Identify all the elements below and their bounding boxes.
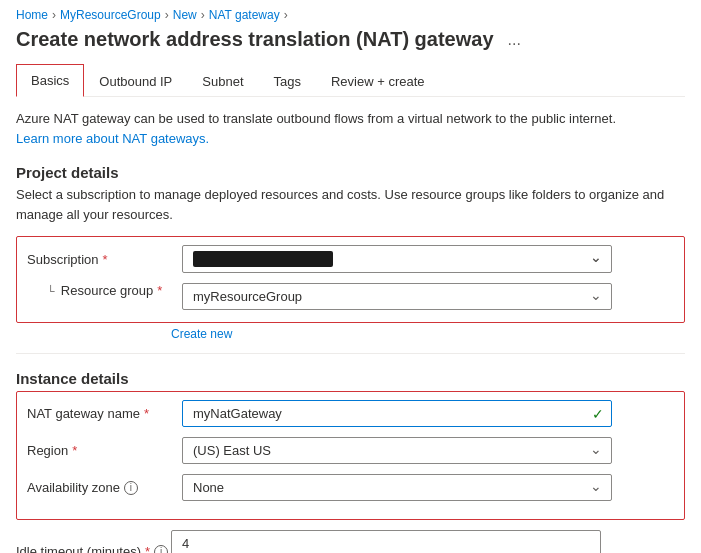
region-group: Region * (US) East US: [27, 437, 674, 464]
nat-gateway-name-label: NAT gateway name *: [27, 406, 182, 421]
subscription-label: Subscription *: [27, 252, 182, 267]
subscription-dropdown-wrap: ⌄: [182, 245, 612, 273]
breadcrumb-home[interactable]: Home: [16, 8, 48, 22]
nat-gateway-name-group: NAT gateway name * ✓: [27, 400, 674, 427]
region-required: *: [72, 443, 77, 458]
nat-gateway-name-wrap: ✓: [182, 400, 612, 427]
idle-timeout-label: Idle timeout (minutes) * i: [16, 544, 171, 553]
availability-zone-dropdown-wrap: None: [182, 474, 612, 501]
check-icon: ✓: [592, 406, 604, 422]
tab-basics[interactable]: Basics: [16, 64, 84, 97]
region-dropdown[interactable]: (US) East US: [182, 437, 612, 464]
resource-group-control-wrap: myResourceGroup: [182, 283, 612, 310]
project-details-title: Project details: [16, 164, 685, 181]
resource-group-label: Resource group: [61, 283, 154, 298]
breadcrumb-new[interactable]: New: [173, 8, 197, 22]
breadcrumb-resource-group[interactable]: MyResourceGroup: [60, 8, 161, 22]
idle-timeout-input[interactable]: [171, 530, 601, 553]
resource-group-required: *: [157, 283, 162, 298]
project-details-desc: Select a subscription to manage deployed…: [16, 185, 685, 224]
page-title: Create network address translation (NAT)…: [16, 28, 494, 51]
resource-group-group: └ Resource group * myResourceGroup: [27, 283, 674, 310]
availability-zone-label: Availability zone i: [27, 480, 182, 495]
learn-more-link[interactable]: Learn more about NAT gateways.: [16, 131, 209, 146]
instance-details-highlighted: NAT gateway name * ✓ Region * (US) East …: [16, 391, 685, 520]
create-new-link[interactable]: Create new: [171, 327, 685, 341]
region-dropdown-wrap: (US) East US: [182, 437, 612, 464]
tab-outbound-ip[interactable]: Outbound IP: [84, 64, 187, 97]
section-divider: [16, 353, 685, 354]
availability-zone-group: Availability zone i None: [27, 474, 674, 501]
ellipsis-button[interactable]: ...: [502, 29, 527, 51]
nat-name-required: *: [144, 406, 149, 421]
nat-gateway-name-input[interactable]: [182, 400, 612, 427]
availability-zone-control-wrap: None: [182, 474, 612, 501]
breadcrumb: Home › MyResourceGroup › New › NAT gatew…: [16, 8, 685, 22]
subscription-redacted-value: [193, 251, 333, 267]
page-title-row: Create network address translation (NAT)…: [16, 28, 685, 51]
instance-details-title: Instance details: [16, 370, 685, 387]
tab-subnet[interactable]: Subnet: [187, 64, 258, 97]
availability-zone-dropdown[interactable]: None: [182, 474, 612, 501]
idle-timeout-info-icon[interactable]: i: [154, 545, 168, 554]
subscription-required: *: [103, 252, 108, 267]
idle-timeout-control-wrap: 4-120: [171, 530, 601, 553]
region-control-wrap: (US) East US: [182, 437, 612, 464]
resource-group-dropdown[interactable]: myResourceGroup: [182, 283, 612, 310]
subscription-dropdown[interactable]: [182, 245, 612, 273]
resource-group-dropdown-wrap: myResourceGroup: [182, 283, 612, 310]
availability-zone-info-icon[interactable]: i: [124, 481, 138, 495]
tab-tags[interactable]: Tags: [259, 64, 316, 97]
idle-timeout-required: *: [145, 544, 150, 553]
subscription-control-wrap: ⌄: [182, 245, 612, 273]
region-label: Region *: [27, 443, 182, 458]
description-text: Azure NAT gateway can be used to transla…: [16, 109, 685, 148]
resource-group-label-wrap: └ Resource group *: [27, 283, 182, 298]
idle-timeout-group: Idle timeout (minutes) * i 4-120: [16, 530, 685, 553]
tab-review-create[interactable]: Review + create: [316, 64, 440, 97]
project-details-highlighted: Subscription * ⌄ └ Resource group *: [16, 236, 685, 323]
tabs-bar: Basics Outbound IP Subnet Tags Review + …: [16, 63, 685, 97]
breadcrumb-nat-gateway[interactable]: NAT gateway: [209, 8, 280, 22]
subscription-group: Subscription * ⌄: [27, 245, 674, 273]
